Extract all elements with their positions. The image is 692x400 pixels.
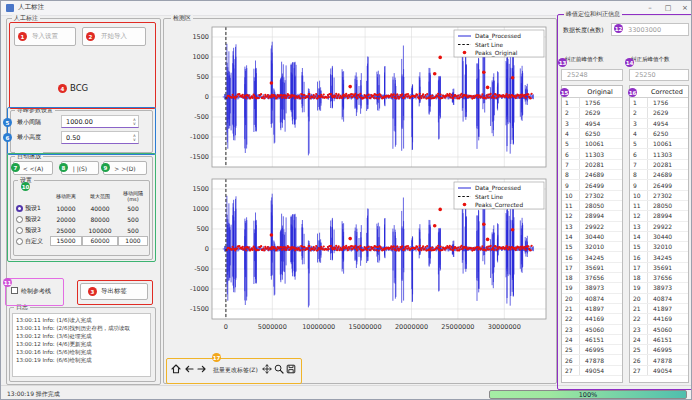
log-area[interactable]: 13:00:11 Info: (1/6)读入完成 13:00:11 Info: … — [12, 313, 151, 377]
pan-icon[interactable] — [261, 363, 272, 375]
table-row[interactable]: 1532010 — [562, 242, 622, 252]
peak-value: 4954 — [580, 120, 600, 127]
table-row[interactable]: 1634245 — [562, 252, 622, 262]
table-row[interactable]: 1837656 — [630, 273, 688, 283]
spinner-arrows-icon[interactable]: ∧∨ — [133, 118, 138, 126]
table-row[interactable]: 2244169 — [562, 314, 622, 324]
table-row[interactable]: 1329922 — [562, 222, 622, 232]
min-height-spinner[interactable]: 0.50 ∧∨ — [61, 131, 139, 144]
log-title: 日志 — [14, 303, 30, 311]
row-index: 25 — [562, 345, 580, 354]
save-icon[interactable] — [285, 363, 296, 375]
close-button[interactable]: × — [678, 2, 692, 14]
reference-line-checkbox[interactable] — [11, 287, 18, 294]
table-row[interactable]: 1128050 — [562, 201, 622, 211]
row-index: 24 — [562, 335, 580, 344]
svg-text:Data_Processed: Data_Processed — [475, 33, 521, 40]
table-row[interactable]: 2446151 — [630, 335, 688, 345]
forward-icon[interactable] — [196, 363, 207, 375]
peak-params-title: 寻峰参数设置 — [15, 106, 55, 114]
table-row[interactable]: 2345060 — [630, 325, 688, 335]
row-index: 26 — [562, 355, 580, 364]
table-row[interactable]: 2141897 — [630, 304, 688, 314]
spinner-arrows-icon[interactable]: ∧∨ — [133, 134, 138, 142]
table-row[interactable]: 2546995 — [562, 345, 622, 355]
preset3-row: 预设3 25000 100000 500 — [16, 225, 148, 235]
min-interval-value: 1000.00 — [66, 118, 93, 126]
table-row[interactable]: 1027302 — [562, 191, 622, 201]
top-chart[interactable]: -1500-1000-500050010001500Data_Processed… — [168, 23, 552, 173]
table-row[interactable]: 2040874 — [630, 294, 688, 304]
table-row[interactable]: 11756 — [630, 98, 688, 108]
table-row[interactable]: 720281 — [562, 160, 622, 170]
table-row[interactable]: 926499 — [562, 180, 622, 190]
batch-change-labels-button[interactable]: 批量更改标签(Z) — [213, 366, 258, 375]
table-row[interactable]: 2546995 — [630, 345, 688, 355]
row-index: 2 — [562, 108, 580, 117]
original-peaks-table[interactable]: Original 1175622629349544625051006161130… — [561, 85, 623, 383]
table-row[interactable]: 22629 — [630, 108, 688, 118]
preset3-radio[interactable] — [16, 227, 23, 234]
table-row[interactable]: 2647878 — [562, 355, 622, 365]
minimize-button[interactable]: – — [643, 2, 657, 14]
table-row[interactable]: 2446151 — [562, 335, 622, 345]
table-row[interactable]: 1027302 — [630, 191, 688, 201]
table-row[interactable]: 1228994 — [630, 211, 688, 221]
table-row[interactable]: 2040874 — [562, 294, 622, 304]
table-row[interactable]: 926499 — [630, 180, 688, 190]
maximize-button[interactable]: □ — [661, 2, 675, 14]
row-index: 3 — [562, 119, 580, 128]
table-row[interactable]: 11756 — [562, 98, 622, 108]
table-row[interactable]: 1634245 — [630, 252, 688, 262]
table-row[interactable]: 1430440 — [630, 232, 688, 242]
custom-interval-input[interactable]: 1000 — [118, 236, 148, 246]
table-row[interactable]: 22629 — [562, 108, 622, 118]
bottom-chart[interactable]: -1500-1000-50005001000150005000000100000… — [168, 175, 552, 353]
table-row[interactable]: 2345060 — [562, 325, 622, 335]
table-row[interactable]: 46250 — [562, 129, 622, 139]
table-row[interactable]: 611303 — [562, 149, 622, 159]
zoom-icon[interactable] — [273, 363, 284, 375]
table-row[interactable]: 1128050 — [630, 201, 688, 211]
preset1-radio[interactable] — [16, 205, 23, 212]
row-index: 8 — [562, 170, 580, 179]
table-row[interactable]: 1837656 — [562, 273, 622, 283]
table-row[interactable]: 510061 — [630, 139, 688, 149]
table-row[interactable]: 1430440 — [562, 232, 622, 242]
row-index: 24 — [630, 335, 648, 344]
back-icon[interactable] — [183, 363, 194, 375]
table-row[interactable]: 824689 — [562, 170, 622, 180]
row-index: 23 — [630, 325, 648, 334]
table-row[interactable]: 824689 — [630, 170, 688, 180]
table-row[interactable]: 2244169 — [630, 314, 688, 324]
home-icon[interactable] — [170, 363, 181, 375]
table-row[interactable]: 2141897 — [562, 304, 622, 314]
table-row[interactable]: 1329922 — [630, 222, 688, 232]
table-row[interactable]: 1228994 — [562, 211, 622, 221]
preset2-radio[interactable] — [16, 216, 23, 223]
log-entry: 13:00:12 Info: (3/6)处理完成 — [16, 332, 147, 340]
corrected-table-header: Corrected — [630, 86, 688, 98]
table-row[interactable]: 46250 — [630, 129, 688, 139]
custom-radio[interactable] — [16, 238, 23, 245]
svg-text:5000000: 5000000 — [258, 323, 287, 331]
peak-value: 32010 — [648, 243, 672, 250]
corrected-peaks-table[interactable]: Corrected 117562262934954462505100616113… — [629, 85, 689, 383]
table-row[interactable]: 720281 — [630, 160, 688, 170]
table-row[interactable]: 2647878 — [630, 355, 688, 365]
custom-range-input[interactable]: 60000 — [82, 236, 117, 246]
custom-distance-input[interactable]: 15000 — [50, 236, 81, 246]
table-row[interactable]: 34954 — [630, 119, 688, 129]
peak-value: 40874 — [648, 295, 672, 302]
table-row[interactable]: 1532010 — [630, 242, 688, 252]
table-row[interactable]: 2749054 — [630, 366, 688, 376]
table-row[interactable]: 1735691 — [630, 263, 688, 273]
table-row[interactable]: 2749054 — [562, 366, 622, 376]
table-row[interactable]: 510061 — [562, 139, 622, 149]
min-interval-spinner[interactable]: 1000.00 ∧∨ — [61, 115, 139, 128]
table-row[interactable]: 1938973 — [630, 283, 688, 293]
table-row[interactable]: 611303 — [630, 149, 688, 159]
table-row[interactable]: 1735691 — [562, 263, 622, 273]
table-row[interactable]: 1938973 — [562, 283, 622, 293]
table-row[interactable]: 34954 — [562, 119, 622, 129]
